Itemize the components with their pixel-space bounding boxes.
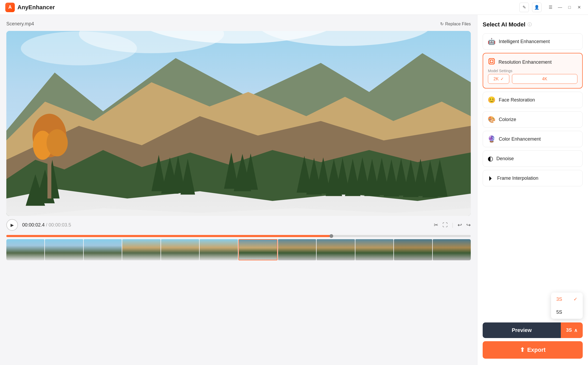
duration-dropdown[interactable]: 3S ✓ 5S [551,293,583,319]
option-3s-check: ✓ [573,296,577,302]
denoise-name: Denoise [496,156,514,161]
video-container [6,31,471,216]
model-item-face-row: 😊 Face Restoration [488,96,578,104]
video-scene-svg [6,31,471,216]
undo-icon[interactable]: ↩ [458,222,462,228]
panel-title: Select AI Model [483,21,525,28]
export-button[interactable]: ⬆ Export [483,341,583,359]
model-item-colorize[interactable]: 🎨 Colorize [483,111,583,128]
export-icon: ⬆ [520,346,525,353]
thumbnail-2 [45,239,83,260]
model-item-resolution-row: Resolution Enhancement [488,58,577,67]
option-4k[interactable]: 4K [512,74,577,84]
model-item-colorize-row: 🎨 Colorize [488,116,578,123]
user-icon-button[interactable]: 👤 [532,3,542,12]
thumbnail-12 [433,239,471,260]
maximize-button[interactable]: □ [566,4,573,11]
svg-point-44 [491,60,493,62]
color-enhancement-icon: 🔮 [488,135,496,143]
file-name: Scenery.mp4 [6,21,34,27]
video-controls: ▶ 00:00:02.4 / 00:00:03.5 ✂ ⛶ | ↩ ↪ [6,216,471,234]
resolution-svg-icon [488,58,495,65]
redo-icon[interactable]: ↪ [466,222,471,228]
model-item-color-enhancement[interactable]: 🔮 Color Enhancement [483,131,583,147]
scissors-icon[interactable]: ✂ [434,222,438,228]
thumbnail-4 [122,239,160,260]
model-item-resolution[interactable]: Resolution Enhancement Model Settings 2K… [483,53,583,89]
panel-title-row: Select AI Model ⓘ [483,21,583,28]
model-settings-options: 2K ✓ 4K [488,74,577,84]
svg-point-40 [46,129,68,156]
check-icon-2k: ✓ [500,76,504,81]
thumbnail-7 [238,239,277,260]
preview-duration: 3S [566,327,572,333]
dropdown-item-3s[interactable]: 3S ✓ [551,293,583,306]
denoise-icon: ◐ [488,155,493,162]
replace-icon: ↻ [440,21,444,26]
resolution-name: Resolution Enhancement [498,59,552,65]
model-item-frame-interpolation[interactable]: ⏵ Frame Interpolation [483,170,583,186]
colorize-icon: 🎨 [488,116,496,123]
app-logo: A [5,3,15,12]
dropdown-item-5s[interactable]: 5S [551,306,583,319]
window-controls: ☰ — □ ✕ [547,4,583,11]
export-label: Export [527,346,546,353]
video-section: Scenery.mp4 ↻ Replace Files [0,15,477,365]
model-item-color-row: 🔮 Color Enhancement [488,135,578,143]
app-title: AnyEnhancer [17,4,55,11]
model-item-intelligent-row: 🤖 Intelligent Enhancement [488,38,578,45]
minimize-button[interactable]: — [556,4,564,11]
thumbnail-9 [317,239,355,260]
close-button[interactable]: ✕ [575,4,583,11]
face-name: Face Restoration [499,97,535,103]
option-2k[interactable]: 2K ✓ [488,74,509,84]
preview-button[interactable]: Preview [483,322,561,338]
model-item-frame-row: ⏵ Frame Interpolation [488,174,578,182]
control-separator: | [452,222,453,228]
model-settings-label: Model Settings [488,69,577,73]
video-preview [6,31,471,216]
colorize-name: Colorize [499,117,516,122]
model-item-face[interactable]: 😊 Face Restoration [483,92,583,108]
preview-duration-button[interactable]: 3S ∧ [561,322,583,338]
play-button[interactable]: ▶ [6,219,18,231]
preview-arrow-icon: ∧ [574,327,577,333]
crop-icon[interactable]: ⛶ [443,222,448,228]
color-enhancement-name: Color Enhancement [499,136,541,142]
model-item-intelligent[interactable]: 🤖 Intelligent Enhancement [483,33,583,50]
preview-label: Preview [512,327,532,333]
menu-icon[interactable]: ☰ [547,4,554,11]
time-display: 00:00:02.4 / 00:00:03.5 [22,222,71,228]
preview-row: Preview 3S ∧ [483,322,583,338]
control-icons: ✂ ⛶ | ↩ ↪ [434,222,471,228]
resolution-icon [488,58,495,67]
thumbnail-10 [355,239,393,260]
model-item-denoise-row: ◐ Denoise [488,155,578,162]
panel-bottom: Preview 3S ∧ ⬆ Export [483,317,583,359]
intelligent-name: Intelligent Enhancement [499,39,550,44]
current-time: 00:00:02.4 [22,222,45,228]
face-icon: 😊 [488,96,496,104]
time-separator: / [46,222,49,228]
title-bar-left: A AnyEnhancer [5,3,55,12]
svg-point-4 [21,31,137,65]
main-content: Scenery.mp4 ↻ Replace Files [0,15,588,365]
right-panel: Select AI Model ⓘ 🤖 Intelligent Enhancem… [477,15,588,365]
file-header: Scenery.mp4 ↻ Replace Files [6,21,471,27]
timeline-track[interactable] [6,235,471,237]
thumbnail-3 [84,239,122,260]
frame-interpolation-name: Frame Interpolation [497,175,538,181]
model-item-denoise[interactable]: ◐ Denoise [483,150,583,167]
title-bar-right: ✎ 👤 ☰ — □ ✕ [519,3,583,12]
timeline-progress [6,235,331,237]
option-3s-label: 3S [556,297,562,302]
title-bar: A AnyEnhancer ✎ 👤 ☰ — □ ✕ [0,0,588,15]
thumbnail-8 [278,239,316,260]
thumbnail-5 [161,239,199,260]
edit-icon-button[interactable]: ✎ [519,3,529,12]
timeline-thumb[interactable] [330,234,333,238]
thumbnail-1 [6,239,44,260]
replace-files-button[interactable]: ↻ Replace Files [440,21,471,26]
intelligent-icon: 🤖 [488,38,496,45]
info-icon: ⓘ [528,22,532,27]
